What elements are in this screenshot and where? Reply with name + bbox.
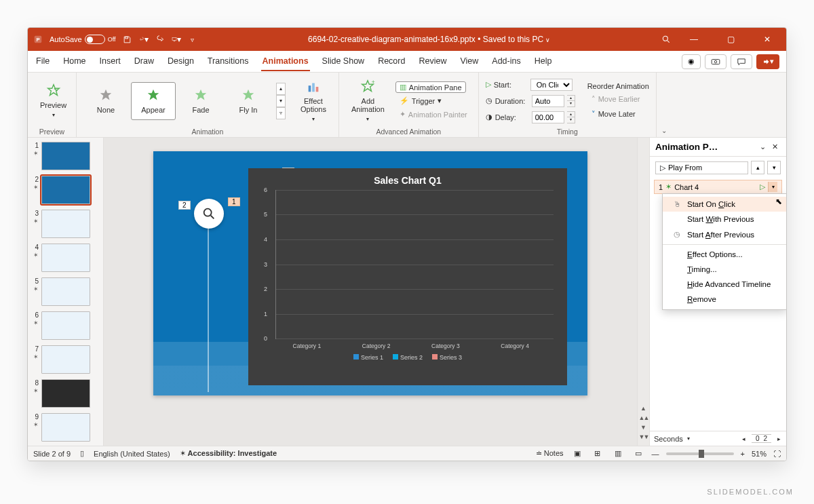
tab-file[interactable]: File xyxy=(35,52,51,71)
present-icon[interactable]: ▾ xyxy=(172,35,181,44)
slide-thumbnail[interactable]: 6✶ xyxy=(31,311,100,340)
redo-icon[interactable] xyxy=(155,35,165,44)
slide-thumbnail[interactable]: 3✶ xyxy=(31,210,100,238)
ctx-start-on-click[interactable]: 🖱Start On Click⬉ xyxy=(663,197,786,212)
tab-record[interactable]: Record xyxy=(376,52,406,71)
slide-thumbnail[interactable]: 7✶ xyxy=(31,345,100,374)
qat-overflow-icon[interactable]: ▿ xyxy=(188,35,197,44)
animation-fade[interactable]: Fade xyxy=(178,82,223,120)
reading-view-icon[interactable]: ▥ xyxy=(611,448,625,459)
play-from-button[interactable]: ▷ Play From xyxy=(655,161,748,174)
anim-order-tag-active[interactable]: 1 xyxy=(228,197,240,206)
slide-thumbnails[interactable]: 1✶2✶3✶4✶5✶6✶7✶8✶9✶ xyxy=(28,138,104,446)
camera-button[interactable] xyxy=(705,54,726,69)
gallery-more[interactable]: ▿ xyxy=(276,107,286,119)
move-later-button[interactable]: ˅ Move Later xyxy=(587,109,640,120)
comments-button[interactable] xyxy=(731,54,752,69)
sorter-view-icon[interactable]: ⊞ xyxy=(591,448,604,459)
slide-thumbnail[interactable]: 5✶ xyxy=(31,277,100,306)
slide-canvas[interactable]: 2 2 1 Sales Chart Q1 0123456Category 1Ca… xyxy=(153,151,587,395)
animation-pane-button[interactable]: ▥Animation Pane xyxy=(395,81,466,93)
slide-thumbnail[interactable]: 4✶ xyxy=(31,244,100,272)
slide-thumbnail[interactable]: 8✶ xyxy=(31,379,100,408)
title-bar: P AutoSave Off ▾ ▾ ▿ 6694-02-creative-di… xyxy=(28,28,786,51)
effect-options-button[interactable]: Effect Options▾ xyxy=(295,77,332,125)
animation-none[interactable]: None xyxy=(83,82,128,120)
pane-close-icon[interactable]: ✕ xyxy=(769,142,781,151)
ctx-remove[interactable]: Remove xyxy=(663,292,786,307)
slide-thumbnail[interactable]: 1✶ xyxy=(31,142,100,170)
gallery-down[interactable]: ▾ xyxy=(276,95,286,107)
slideshow-view-icon[interactable]: ▭ xyxy=(632,448,645,459)
anim-order-tag[interactable]: 2 xyxy=(178,201,191,210)
tab-animations[interactable]: Animations xyxy=(261,52,310,71)
slide-thumbnail[interactable]: 2✶ xyxy=(31,176,100,204)
slide-indicator: Slide 2 of 9 xyxy=(33,450,71,458)
record-button[interactable]: ◉ xyxy=(682,54,701,69)
animation-pane-title: Animation P… xyxy=(655,142,756,152)
slide-editor[interactable]: 2 2 1 Sales Chart Q1 0123456Category 1Ca… xyxy=(104,138,637,446)
autosave-toggle[interactable]: AutoSave Off xyxy=(50,35,116,44)
move-earlier-button: ˄ Move Earlier xyxy=(587,94,644,105)
duration-input[interactable] xyxy=(532,95,564,107)
ctx-start-after-previous[interactable]: ◷Start After Previous xyxy=(663,227,786,242)
group-label-preview: Preview xyxy=(35,126,69,136)
ctx-start-with-previous[interactable]: Start With Previous xyxy=(663,212,786,227)
watermark: SLIDEMODEL.COM xyxy=(707,488,794,488)
zoom-slider[interactable] xyxy=(666,452,734,455)
tab-view[interactable]: View xyxy=(459,52,480,71)
tab-home[interactable]: Home xyxy=(62,52,87,71)
chart-object[interactable]: Sales Chart Q1 0123456Category 1Category… xyxy=(248,168,567,385)
start-select[interactable]: On Click xyxy=(530,79,573,91)
minimize-button[interactable]: — xyxy=(680,29,708,50)
ribbon: Preview▾ Preview NoneAppearFadeFly In ▴ … xyxy=(28,73,786,138)
animation-fly-in[interactable]: Fly In xyxy=(226,82,271,120)
tab-design[interactable]: Design xyxy=(166,52,195,71)
notes-button[interactable]: ≐ Notes xyxy=(536,449,564,458)
timeline-prev[interactable]: ◂ xyxy=(741,435,748,442)
gallery-up[interactable]: ▴ xyxy=(276,83,286,95)
accessibility-indicator[interactable]: ✶ Accessibility: Investigate xyxy=(180,449,277,458)
item-dropdown-icon[interactable]: ▾ xyxy=(768,182,777,192)
slide-thumbnail[interactable]: 9✶ xyxy=(31,413,100,442)
zoom-level[interactable]: 51% xyxy=(752,450,767,458)
tab-add-ins[interactable]: Add-ins xyxy=(490,52,522,71)
preview-button[interactable]: Preview▾ xyxy=(35,81,72,121)
tab-slide-show[interactable]: Slide Show xyxy=(321,52,366,71)
fit-to-window-icon[interactable]: ⛶ xyxy=(773,450,781,458)
delay-input[interactable] xyxy=(532,111,564,123)
zoom-in-icon[interactable]: + xyxy=(741,450,745,458)
maximize-button[interactable]: ▢ xyxy=(717,29,744,50)
add-animation-button[interactable]: + Add Animation▾ xyxy=(346,77,390,125)
animation-gallery[interactable]: NoneAppearFadeFly In xyxy=(83,82,271,120)
zoom-out-icon[interactable]: — xyxy=(652,450,659,458)
ctx-effect-options-[interactable]: Effect Options... xyxy=(663,247,786,262)
save-icon[interactable] xyxy=(123,35,132,44)
language-indicator[interactable]: English (United States) xyxy=(94,450,170,458)
seconds-label[interactable]: Seconds xyxy=(654,435,683,443)
ctx-timing-[interactable]: Timing... xyxy=(663,262,786,277)
reorder-down-button[interactable]: ▾ xyxy=(767,161,781,174)
tab-draw[interactable]: Draw xyxy=(133,52,155,71)
spellcheck-icon[interactable]: ▯ xyxy=(80,449,84,458)
ctx-hide-advanced-timeline[interactable]: Hide Advanced Timeline xyxy=(663,277,786,292)
normal-view-icon[interactable]: ▣ xyxy=(570,448,584,459)
tab-transitions[interactable]: Transitions xyxy=(206,52,250,71)
tab-review[interactable]: Review xyxy=(417,52,448,71)
ribbon-collapse-icon[interactable]: ⌄ xyxy=(657,73,672,137)
trigger-button[interactable]: ⚡Trigger ▾ xyxy=(395,95,446,106)
tab-help[interactable]: Help xyxy=(533,52,554,71)
undo-icon[interactable]: ▾ xyxy=(139,35,149,44)
pane-options-icon[interactable]: ⌄ xyxy=(756,142,769,151)
search-icon[interactable] xyxy=(661,35,671,44)
reorder-up-button[interactable]: ▴ xyxy=(751,161,764,174)
animation-appear[interactable]: Appear xyxy=(131,82,176,120)
close-button[interactable]: ✕ xyxy=(754,29,781,50)
svg-rect-5 xyxy=(712,60,720,64)
share-button[interactable]: ▾ xyxy=(756,54,779,69)
timeline-next[interactable]: ▸ xyxy=(775,435,782,442)
play-icon[interactable]: ▷ xyxy=(760,182,765,191)
tab-insert[interactable]: Insert xyxy=(98,52,122,71)
editor-scrollbar[interactable]: ▲▲▲▼▼▼ xyxy=(637,138,649,446)
animation-list-item[interactable]: 1 ✶ Chart 4 ▷ ▾ xyxy=(654,180,782,194)
